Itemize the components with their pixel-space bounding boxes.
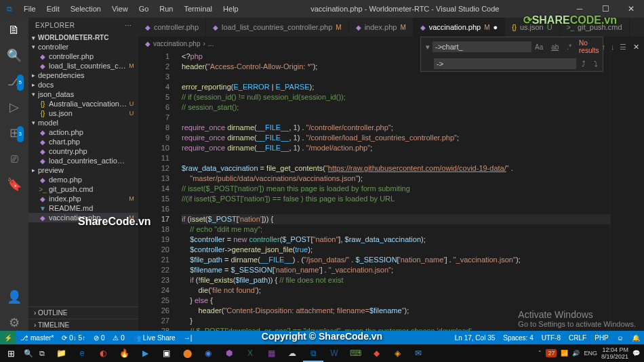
explorer-icon[interactable]: 🗎 (6, 22, 22, 38)
folder-item[interactable]: ▾model (28, 118, 138, 127)
editor-tab[interactable]: ◆load_list_countries_controller.phpM (206, 18, 349, 37)
search-icon[interactable]: 🔍 (6, 47, 22, 64)
taskbar-chrome[interactable]: ◉ (198, 344, 218, 362)
window-minimize-icon[interactable]: ─ (567, 4, 592, 14)
outline-section[interactable]: › OUTLINE (28, 306, 138, 319)
menu-file[interactable]: File (19, 3, 41, 15)
find-selection-icon[interactable]: ☰ (617, 43, 629, 52)
run-debug-icon[interactable]: ▷ (6, 99, 22, 115)
menu-selection[interactable]: Selection (66, 3, 106, 15)
editor-tab[interactable]: ◆vaccination.phpM● (414, 18, 505, 37)
taskbar-word[interactable]: W (324, 344, 344, 362)
tray-clock[interactable]: 12:04 PM8/19/2021 (601, 346, 628, 360)
file-item[interactable]: ◆country.php (28, 146, 138, 156)
taskbar-app[interactable]: ◆ (366, 344, 386, 362)
file-item[interactable]: ◆demo.php (28, 175, 138, 184)
language-mode[interactable]: PHP (590, 334, 613, 342)
taskbar-app[interactable]: 🔥 (114, 344, 134, 362)
taskbar-app[interactable]: ▣ (156, 344, 176, 362)
find-next-icon[interactable]: ↓ (608, 43, 618, 51)
window-close-icon[interactable]: ✕ (618, 4, 644, 14)
source-control-icon[interactable]: ⎇5 (6, 73, 22, 89)
find-toggle-replace-icon[interactable]: ▾ (423, 43, 432, 52)
file-item[interactable]: ◆load_list_countries_controller.p…M (28, 61, 138, 71)
find-prev-icon[interactable]: ↑ (599, 43, 608, 51)
taskbar-app[interactable]: ✉ (408, 344, 428, 362)
find-close-icon[interactable]: ✕ (629, 43, 643, 52)
code-editor[interactable]: 1234567891011121314151617181920212223242… (138, 50, 644, 331)
folder-item[interactable]: ▸preview (28, 165, 138, 175)
taskbar-edge[interactable]: e (72, 344, 92, 362)
menu-run[interactable]: Run (155, 3, 178, 15)
match-word-icon[interactable]: ab (548, 41, 562, 53)
taskbar-app[interactable]: ◐ (93, 344, 113, 362)
explorer-more-icon[interactable]: ⋯ (125, 22, 132, 29)
file-item[interactable]: >_git_push.cmd (28, 184, 138, 194)
tray-volume-icon[interactable]: 🔊 (572, 350, 580, 357)
menu-terminal[interactable]: Terminal (180, 3, 218, 15)
git-branch[interactable]: ⎇ master* (16, 334, 58, 342)
find-input[interactable] (432, 41, 531, 52)
menu-help[interactable]: Help (218, 3, 243, 15)
tray-badge[interactable]: 27 (546, 349, 557, 357)
menu-go[interactable]: Go (134, 3, 154, 15)
extensions-icon[interactable]: ⊞3 (6, 125, 22, 141)
tray-network-icon[interactable]: 📶 (561, 350, 568, 357)
file-item[interactable]: {}us.jsonU (28, 108, 138, 118)
menu-edit[interactable]: Edit (42, 3, 64, 15)
status-indent[interactable]: →| (180, 334, 197, 342)
taskbar-vscode[interactable]: ⧉ (303, 344, 323, 362)
eol[interactable]: CRLF (565, 334, 590, 342)
notifications-icon[interactable]: 🔔 (628, 334, 644, 342)
file-item[interactable]: ◆chart.php (28, 137, 138, 146)
replace-one-icon[interactable]: ⤴ (579, 60, 588, 68)
remote-indicator[interactable]: ⚡ (0, 331, 16, 344)
match-case-icon[interactable]: Aa (531, 41, 546, 53)
file-item[interactable]: ▼README.md (28, 203, 138, 213)
folder-item[interactable]: ▾controller (28, 42, 138, 52)
problems-errors[interactable]: ⊘ 0 (89, 334, 108, 342)
project-name[interactable]: WORLDOMETER-RTC (38, 34, 108, 41)
file-item[interactable]: {}Australia_vaccination.jsonU (28, 99, 138, 108)
folder-item[interactable]: ▸docs (28, 80, 138, 89)
editor-tab[interactable]: ◆controller.php (138, 18, 206, 37)
cursor-position[interactable]: Ln 17, Col 35 (451, 334, 500, 342)
problems-warnings[interactable]: ⚠ 0 (108, 334, 128, 342)
taskbar-search-icon[interactable]: 🔍 (22, 349, 35, 358)
menu-view[interactable]: View (107, 3, 133, 15)
file-item[interactable]: ◆action.php (28, 127, 138, 137)
account-icon[interactable]: 👤 (6, 289, 22, 305)
task-view-icon[interactable]: ⧉ (35, 349, 49, 358)
taskbar-app[interactable]: ◈ (387, 344, 407, 362)
file-item[interactable]: ◆load_countries_action.php (28, 156, 138, 165)
file-tree[interactable]: ▾WORLDOMETER-RTC ▾controller◆controller.… (28, 33, 138, 306)
bookmark-icon[interactable]: 🔖 (6, 176, 22, 193)
replace-input[interactable] (434, 58, 576, 69)
tray-expand-icon[interactable]: ˄ (538, 350, 542, 357)
taskbar-app[interactable]: ⌨ (345, 344, 365, 362)
taskbar-app[interactable]: ▦ (261, 344, 281, 362)
folder-item[interactable]: ▸dependencies (28, 71, 138, 80)
tray-notifications-icon[interactable]: 💬 (632, 350, 640, 357)
taskbar-app[interactable]: ▶ (135, 344, 155, 362)
taskbar-app[interactable]: ⬤ (177, 344, 197, 362)
indent-spaces[interactable]: Spaces: 4 (499, 334, 537, 342)
remote-icon[interactable]: ⎚ (6, 150, 22, 167)
window-maximize-icon[interactable]: ☐ (592, 4, 618, 14)
start-button[interactable]: ⊞ (0, 348, 22, 359)
taskbar-app[interactable]: ⬢ (219, 344, 239, 362)
taskbar-excel[interactable]: X (240, 344, 260, 362)
taskbar-app[interactable]: ☁ (282, 344, 302, 362)
editor-tab[interactable]: ◆index.phpM (349, 18, 414, 37)
settings-icon[interactable]: ⚙ (6, 315, 22, 331)
encoding[interactable]: UTF-8 (538, 334, 565, 342)
replace-all-icon[interactable]: ⤵ (591, 60, 601, 68)
taskbar-app[interactable]: 📁 (51, 344, 71, 362)
folder-item[interactable]: ▾json_datas (28, 89, 138, 99)
feedback-icon[interactable]: ☺ (613, 334, 628, 342)
file-item[interactable]: ◆controller.php (28, 52, 138, 61)
file-item[interactable]: ◆index.phpM (28, 194, 138, 203)
timeline-section[interactable]: › TIMELINE (28, 319, 138, 331)
tray-language[interactable]: ENG (584, 350, 597, 357)
regex-icon[interactable]: .* (563, 41, 575, 53)
